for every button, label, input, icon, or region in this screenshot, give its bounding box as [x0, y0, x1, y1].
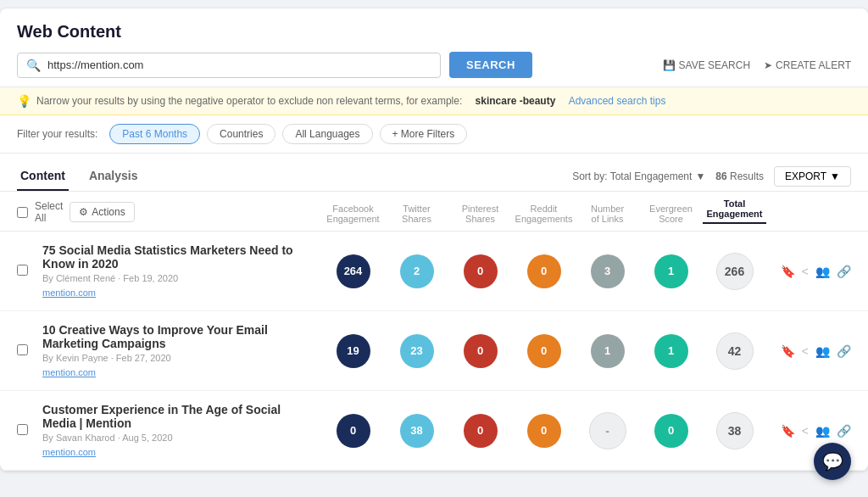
row-actions: 🔖 < 👥 🔗 [766, 424, 851, 438]
metric-evergreen: 1 [639, 254, 703, 288]
search-icon: 🔍 [26, 59, 41, 72]
share-icon[interactable]: < [802, 265, 809, 278]
metric-reddit: 0 [512, 414, 576, 448]
metric-pinterest: 0 [448, 254, 512, 288]
article-meta: By Clément René · Feb 19, 2020 [42, 273, 311, 283]
table-row: 75 Social Media Statistics Marketers Nee… [0, 232, 868, 311]
metric-facebook: 0 [321, 414, 385, 448]
link-icon[interactable]: 🔗 [837, 424, 851, 438]
bookmark-icon[interactable]: 🔖 [781, 344, 795, 358]
users-icon[interactable]: 👥 [815, 424, 830, 438]
metric-facebook: 264 [321, 254, 385, 288]
metric-evergreen: 1 [639, 334, 703, 368]
chevron-down-icon: ▼ [830, 170, 840, 182]
article-source-link[interactable]: mention.com [42, 367, 96, 377]
table-header: Select All ⚙ Actions Facebook Engagement… [0, 192, 868, 232]
col-twitter: Twitter Shares [385, 204, 448, 224]
save-search-button[interactable]: 💾 SAVE SEARCH [663, 59, 750, 71]
row-checkbox-0[interactable] [17, 265, 28, 276]
link-icon[interactable]: 🔗 [837, 265, 851, 278]
article-source-link[interactable]: mention.com [42, 288, 96, 298]
sort-label: Sort by: Total Engagement [572, 170, 692, 182]
tip-icon: 💡 [17, 94, 31, 108]
row-actions: 🔖 < 👥 🔗 [766, 344, 851, 358]
select-all-checkbox[interactable] [17, 207, 28, 218]
metric-twitter: 2 [385, 254, 448, 288]
tip-bar: 💡 Narrow your results by using the negat… [0, 87, 868, 115]
share-icon[interactable]: < [802, 424, 809, 438]
metric-pinterest: 0 [448, 414, 512, 448]
metric-links: 3 [576, 254, 639, 288]
col-pinterest: Pinterest Shares [448, 204, 512, 224]
users-icon[interactable]: 👥 [815, 265, 830, 278]
col-facebook: Facebook Engagement [321, 204, 385, 224]
row-actions: 🔖 < 👥 🔗 [766, 265, 851, 278]
select-all-label: Select All [35, 200, 63, 224]
tabs-row: Content Analysis Sort by: Total Engageme… [0, 154, 868, 192]
filter-past-6-months[interactable]: Past 6 Months [109, 124, 200, 144]
results-count: 86 Results [715, 170, 764, 182]
table-row: Customer Experience in The Age of Social… [0, 391, 868, 471]
chat-bubble[interactable]: 💬 [814, 443, 851, 479]
save-icon: 💾 [663, 59, 676, 71]
metric-twitter: 23 [385, 334, 448, 368]
bookmark-icon[interactable]: 🔖 [781, 424, 795, 438]
filter-label: Filter your results: [17, 128, 97, 140]
article-title: 75 Social Media Statistics Marketers Nee… [42, 243, 311, 271]
tip-text: Narrow your results by using the negativ… [36, 95, 462, 107]
metric-facebook: 19 [321, 334, 385, 368]
metric-reddit: 0 [512, 334, 576, 368]
link-icon[interactable]: 🔗 [837, 344, 851, 358]
row-checkbox-2[interactable] [17, 424, 28, 435]
advanced-search-tips-link[interactable]: Advanced search tips [569, 95, 666, 107]
search-input[interactable] [47, 59, 431, 71]
tab-analysis[interactable]: Analysis [86, 162, 142, 191]
filter-countries[interactable]: Countries [207, 124, 275, 144]
article-title: 10 Creative Ways to Improve Your Email M… [42, 323, 311, 350]
article-meta: By Savan Kharod · Aug 5, 2020 [42, 433, 311, 443]
alert-icon: ➤ [764, 59, 772, 71]
article-title: Customer Experience in The Age of Social… [42, 403, 311, 430]
col-total-engagement: Total Engagement [703, 198, 766, 224]
search-button[interactable]: SEARCH [449, 52, 532, 78]
metric-reddit: 0 [512, 254, 576, 288]
chevron-down-icon: ▼ [695, 170, 705, 182]
row-checkbox-1[interactable] [17, 344, 28, 355]
users-icon[interactable]: 👥 [815, 344, 830, 358]
tip-example: skincare -beauty [476, 95, 556, 107]
actions-button[interactable]: ⚙ Actions [70, 202, 134, 222]
sort-button[interactable]: Sort by: Total Engagement ▼ [572, 170, 705, 182]
article-source-link[interactable]: mention.com [42, 447, 96, 457]
create-alert-button[interactable]: ➤ CREATE ALERT [764, 59, 851, 71]
filter-more-filters[interactable]: + More Filters [380, 124, 468, 144]
col-evergreen: Evergreen Score [639, 204, 703, 224]
filter-all-languages[interactable]: All Languages [282, 124, 372, 144]
tab-content[interactable]: Content [17, 162, 69, 191]
article-meta: By Kevin Payne · Feb 27, 2020 [42, 353, 311, 363]
metric-total: 42 [703, 332, 766, 370]
metric-twitter: 38 [385, 414, 448, 448]
col-reddit: Reddit Engagements [512, 204, 576, 224]
filter-bar: Filter your results: Past 6 Months Count… [0, 115, 868, 154]
page-title: Web Content [17, 22, 851, 42]
metric-evergreen: 0 [639, 414, 703, 448]
metric-total: 38 [703, 412, 766, 450]
col-links: Number of Links [576, 204, 639, 224]
content-rows: 75 Social Media Statistics Marketers Nee… [0, 232, 868, 471]
metric-links: 1 [576, 334, 639, 368]
export-button[interactable]: EXPORT ▼ [774, 166, 851, 187]
table-row: 10 Creative Ways to Improve Your Email M… [0, 311, 868, 391]
metric-pinterest: 0 [448, 334, 512, 368]
metric-links: - [576, 412, 639, 450]
bookmark-icon[interactable]: 🔖 [781, 265, 795, 278]
share-icon[interactable]: < [802, 344, 809, 358]
actions-icon: ⚙ [79, 206, 88, 218]
metric-total: 266 [703, 253, 766, 290]
